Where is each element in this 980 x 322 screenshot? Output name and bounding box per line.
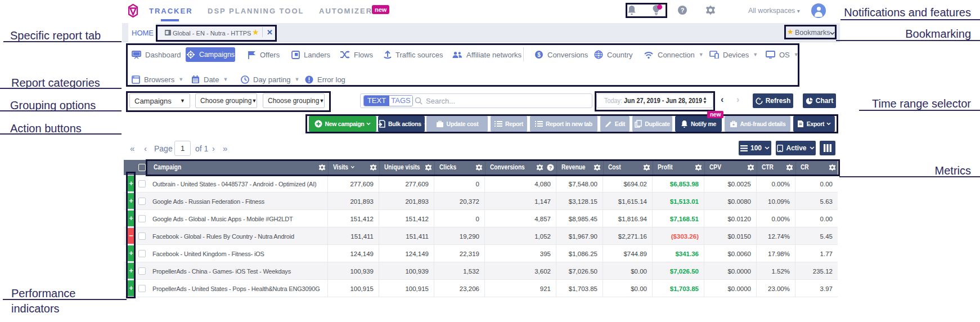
svg-text:?: ?: [681, 7, 685, 14]
